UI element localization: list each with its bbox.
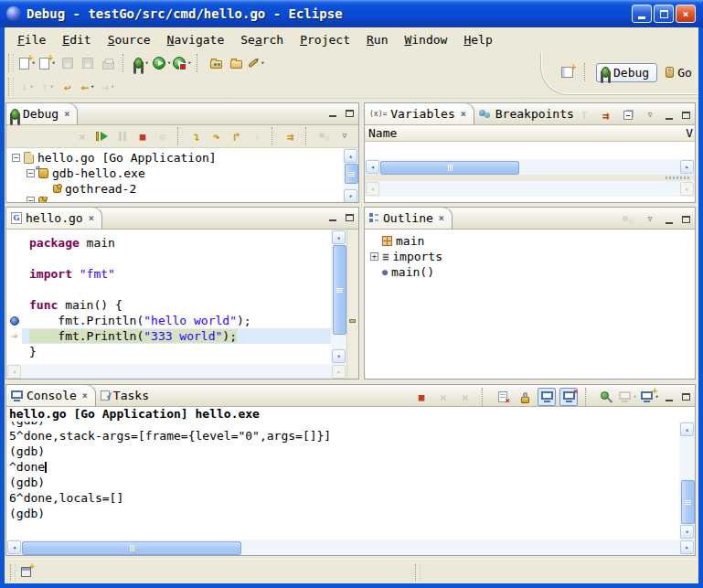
debug-options-button[interactable] [315,127,334,145]
view-minimize-button[interactable] [325,106,340,120]
view-menu-button[interactable]: ▽ [641,106,659,124]
scroll-down-button[interactable]: ▾ [344,189,357,203]
show-type-names-button[interactable]: T [575,106,593,124]
view-minimize-button[interactable] [662,390,676,404]
close-icon[interactable]: × [82,390,88,401]
tree-row-main()[interactable]: ●main() [365,264,695,280]
next-annotation-button[interactable]: ↓▾ [18,78,37,96]
tree-row-main[interactable]: main [365,233,695,249]
new-other-button[interactable]: ▾ [38,54,57,72]
debug-launch-tree[interactable]: −hello.go [Go Application]−gdb-hello.exe… [6,148,343,203]
new-wizard-button[interactable]: ▾ [18,54,37,72]
remove-all-terminated-button[interactable]: × [456,388,474,406]
scroll-up-button[interactable]: ▴ [332,230,346,244]
clear-console-button[interactable] [494,388,512,406]
search-button[interactable]: ▾ [247,54,265,72]
suspend-button[interactable] [113,127,132,145]
scrollbar-thumb[interactable] [22,541,241,555]
tree-row-gothread-2[interactable]: gothread-2 [6,181,343,197]
debug-button[interactable]: ▾ [133,54,151,72]
step-return-button[interactable]: ↱ [228,127,246,145]
tree-row-hello.go[interactable]: −hello.go [Go Application] [6,150,343,166]
save-all-button[interactable] [79,54,97,72]
window-minimize-button[interactable] [632,5,652,23]
scroll-left-button[interactable]: ◂ [366,182,379,196]
scroll-right-button[interactable]: ▸ [680,182,694,196]
breakpoint-icon[interactable] [10,316,19,326]
menu-edit[interactable]: Edit [54,31,99,48]
column-value-partial[interactable]: V [686,126,693,140]
code-line[interactable]: } [6,344,331,359]
resume-button[interactable] [93,127,112,145]
console-output-area[interactable]: (gdb) 5^done,stack-args=[frame={level="0… [6,422,679,540]
view-maximize-button[interactable] [342,106,357,120]
scrollbar-thumb[interactable] [345,164,358,184]
scroll-left-button[interactable]: ◂ [7,365,21,379]
tab-variables[interactable]: (x)=Variables× [365,102,474,124]
column-name[interactable]: Name [368,126,397,140]
view-minimize-button[interactable] [662,213,676,227]
perspective-go[interactable]: Go [660,64,698,81]
scroll-up-button[interactable]: ▴ [680,422,694,436]
horizontal-sash-bottom[interactable] [5,380,696,384]
forward-button[interactable]: →▾ [99,78,117,96]
code-line[interactable]: ⇒ fmt.Println("333 world"); [6,328,331,344]
pin-console-button[interactable] [597,388,615,406]
terminate-button[interactable]: ■ [412,388,431,406]
view-maximize-button[interactable] [678,213,693,227]
horizontal-sash-top[interactable] [5,203,696,207]
terminate-button[interactable]: ■ [133,127,152,145]
menu-project[interactable]: Project [292,31,358,48]
tab-outline[interactable]: Outline× [365,207,453,229]
scroll-right-button[interactable]: ▸ [680,160,694,174]
menu-window[interactable]: Window [396,31,455,48]
scroll-down-button[interactable]: ▾ [680,525,694,539]
run-button[interactable]: ▾ [153,54,171,72]
editor-gutter[interactable] [6,266,22,282]
fast-view-icon[interactable] [21,567,31,577]
toolbar-drag-handle[interactable] [8,54,14,72]
link-editor-button[interactable] [619,210,637,229]
close-icon[interactable]: × [64,109,69,119]
status-drag-handle[interactable] [415,564,421,581]
editor-gutter[interactable] [6,297,22,313]
open-type-button[interactable] [207,54,225,72]
vertical-sash[interactable] [359,102,364,380]
view-maximize-button[interactable] [678,109,693,123]
show-stdout-button[interactable] [538,388,556,406]
menu-navigate[interactable]: Navigate [159,31,233,48]
status-drag-handle[interactable] [10,564,16,581]
scrollbar-thumb[interactable] [333,245,346,335]
editor-gutter[interactable] [6,235,22,251]
scrollbar-thumb[interactable] [380,161,519,175]
remove-all-terminated-button[interactable]: × [73,127,91,145]
editor-overview-ruler[interactable] [346,230,358,364]
scroll-left-button[interactable]: ◂ [7,540,21,554]
view-menu-button[interactable]: ▽ [641,210,659,229]
code-line[interactable]: package main [6,235,331,251]
tree-row[interactable]: − [6,197,343,203]
code-editor-area[interactable]: package mainimport "fmt"func main() { fm… [6,230,331,364]
toolbar-drag-handle[interactable] [8,78,14,96]
show-logical-structure-button[interactable]: ⇉ [597,106,615,124]
print-button[interactable] [99,54,117,72]
view-minimize-button[interactable] [662,109,676,123]
tree-row-imports[interactable]: +≡imports [365,249,695,264]
display-console-button[interactable]: ▾ [619,388,637,406]
tab-console[interactable]: Console× [6,384,96,406]
open-console-button[interactable]: +▾ [641,388,659,406]
variables-detail-sash[interactable] [365,175,695,181]
step-into-button[interactable]: ↴ [187,127,206,145]
view-menu-button[interactable]: ▽ [336,127,354,145]
menu-run[interactable]: Run [358,31,396,48]
view-minimize-button[interactable] [325,210,340,224]
close-icon[interactable]: × [439,213,444,223]
editor-gutter[interactable] [6,251,22,266]
open-resource-button[interactable] [227,54,245,72]
code-line[interactable]: fmt.Println("hello world"); [6,313,331,328]
editor-gutter[interactable] [6,282,22,297]
code-line[interactable]: import "fmt" [6,266,331,282]
variables-tree-area[interactable] [365,142,695,159]
collapse-expander-icon[interactable]: − [27,197,35,203]
outline-tree[interactable]: main+≡imports●main() [365,230,695,380]
